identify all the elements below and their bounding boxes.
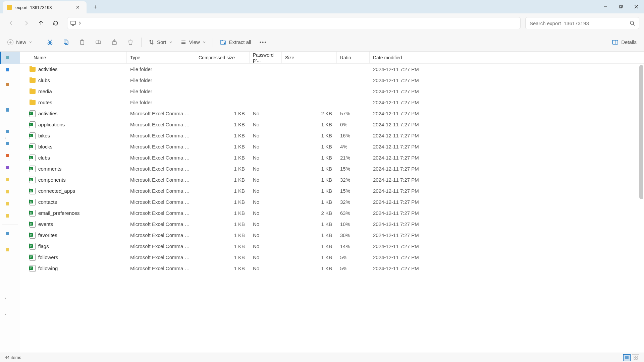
- nav-item[interactable]: [0, 125, 20, 137]
- nav-item[interactable]: ›: [0, 78, 20, 90]
- extract-icon: [220, 39, 226, 46]
- file-ratio: 21%: [337, 155, 370, 161]
- file-row[interactable]: connected_appsMicrosoft Excel Comma Sepa…: [20, 185, 644, 196]
- nav-item[interactable]: ›: [0, 244, 20, 256]
- nav-item[interactable]: [0, 186, 20, 198]
- paste-icon: [79, 39, 86, 46]
- file-ratio: 63%: [337, 210, 370, 216]
- copy-button[interactable]: [59, 36, 73, 49]
- view-button[interactable]: View: [177, 36, 209, 49]
- details-button[interactable]: Details: [608, 36, 640, 49]
- file-size: 1 KB: [282, 232, 337, 238]
- column-header-size[interactable]: Size: [282, 52, 337, 63]
- nav-item[interactable]: [0, 52, 20, 64]
- minimize-button[interactable]: [598, 0, 613, 13]
- nav-item[interactable]: ›: [0, 228, 20, 240]
- file-row[interactable]: activitiesFile folder2024-12-11 7:27 PM: [20, 64, 644, 75]
- file-size: 2 KB: [282, 111, 337, 116]
- monitor-icon: [70, 20, 76, 26]
- details-view-toggle[interactable]: [623, 354, 631, 361]
- address-bar[interactable]: [67, 17, 521, 29]
- sort-button[interactable]: Sort: [145, 36, 176, 49]
- thumbnails-view-toggle[interactable]: [632, 354, 639, 361]
- file-row[interactable]: eventsMicrosoft Excel Comma Separ...1 KB…: [20, 219, 644, 230]
- search-box[interactable]: [525, 17, 639, 29]
- file-name: followers: [38, 254, 58, 260]
- file-row[interactable]: favoritesMicrosoft Excel Comma Separ...1…: [20, 230, 644, 241]
- nav-item[interactable]: [0, 174, 20, 186]
- file-size: 1 KB: [282, 254, 337, 260]
- file-type: Microsoft Excel Comma Separ...: [127, 188, 195, 194]
- nav-item[interactable]: [0, 162, 20, 174]
- column-header-ratio[interactable]: Ratio: [337, 52, 370, 63]
- extract-all-button[interactable]: Extract all: [216, 36, 255, 49]
- file-row[interactable]: routesFile folder2024-12-11 7:27 PM: [20, 97, 644, 108]
- delete-button[interactable]: [123, 36, 138, 49]
- file-row[interactable]: bikesMicrosoft Excel Comma Separ...1 KBN…: [20, 130, 644, 141]
- excel-csv-icon: [30, 177, 36, 183]
- column-header-date[interactable]: Date modified: [370, 52, 438, 63]
- file-date-modified: 2024-12-11 7:27 PM: [370, 265, 438, 271]
- file-row[interactable]: contactsMicrosoft Excel Comma Separ...1 …: [20, 196, 644, 207]
- file-row[interactable]: blocksMicrosoft Excel Comma Separ...1 KB…: [20, 141, 644, 152]
- nav-item[interactable]: [0, 137, 20, 149]
- close-tab-button[interactable]: ✕: [73, 3, 83, 12]
- file-row[interactable]: activitiesMicrosoft Excel Comma Separ...…: [20, 108, 644, 119]
- file-password-protected: No: [250, 122, 282, 127]
- search-input[interactable]: [530, 20, 630, 26]
- svg-rect-25: [612, 40, 618, 44]
- column-header-compressed-size[interactable]: Compressed size: [195, 52, 250, 63]
- up-button[interactable]: [34, 16, 48, 30]
- nav-item[interactable]: [0, 149, 20, 162]
- ellipsis-icon: •••: [260, 39, 267, 45]
- file-row[interactable]: componentsMicrosoft Excel Comma Separ...…: [20, 174, 644, 185]
- file-ratio: 32%: [337, 177, 370, 183]
- file-ratio: 0%: [337, 122, 370, 127]
- cut-button[interactable]: [43, 36, 57, 49]
- new-button[interactable]: + New: [4, 36, 36, 49]
- file-row[interactable]: followersMicrosoft Excel Comma Separ...1…: [20, 252, 644, 263]
- nav-item[interactable]: [0, 210, 20, 222]
- file-row[interactable]: email_preferencesMicrosoft Excel Comma S…: [20, 207, 644, 219]
- nav-item[interactable]: [0, 64, 20, 76]
- file-password-protected: No: [250, 254, 282, 260]
- nav-item[interactable]: [0, 104, 20, 116]
- sort-icon: [148, 39, 154, 45]
- file-date-modified: 2024-12-11 7:27 PM: [370, 133, 438, 138]
- file-name: blocks: [38, 144, 53, 149]
- new-tab-button[interactable]: ＋: [89, 1, 102, 13]
- forward-button[interactable]: [19, 16, 33, 30]
- file-row[interactable]: applicationsMicrosoft Excel Comma Separ.…: [20, 119, 644, 130]
- file-row[interactable]: clubsMicrosoft Excel Comma Separ...1 KBN…: [20, 152, 644, 163]
- file-type: Microsoft Excel Comma Separ...: [127, 199, 195, 205]
- vertical-scrollbar[interactable]: [639, 65, 643, 199]
- share-button[interactable]: [107, 36, 122, 49]
- excel-csv-icon: [30, 265, 36, 272]
- file-row[interactable]: clubsFile folder2024-12-11 7:27 PM: [20, 75, 644, 86]
- file-row[interactable]: commentsMicrosoft Excel Comma Separ...1 …: [20, 163, 644, 174]
- close-window-button[interactable]: [629, 0, 644, 13]
- back-button[interactable]: [5, 16, 18, 30]
- extract-label: Extract all: [229, 39, 251, 45]
- window-tab[interactable]: export_136173193 ✕: [3, 1, 87, 13]
- svg-point-9: [48, 43, 50, 44]
- tab-title: export_136173193: [15, 5, 73, 10]
- more-button[interactable]: •••: [256, 36, 271, 49]
- svg-rect-33: [636, 358, 637, 359]
- excel-csv-icon: [30, 166, 36, 172]
- maximize-button[interactable]: [613, 0, 629, 13]
- column-header-type[interactable]: Type: [127, 52, 195, 63]
- refresh-button[interactable]: [49, 16, 62, 30]
- navigation-pane[interactable]: › › ›: [0, 52, 20, 353]
- paste-button[interactable]: [75, 36, 90, 49]
- nav-item[interactable]: [0, 198, 20, 210]
- file-type: Microsoft Excel Comma Separ...: [127, 177, 195, 183]
- column-header-password[interactable]: Password pr...: [250, 52, 282, 63]
- file-name: email_preferences: [38, 210, 79, 216]
- file-row[interactable]: followingMicrosoft Excel Comma Separ...1…: [20, 263, 644, 274]
- file-row[interactable]: mediaFile folder2024-12-11 7:27 PM: [20, 86, 644, 97]
- column-header-name[interactable]: Name ˄: [20, 52, 127, 63]
- file-row[interactable]: flagsMicrosoft Excel Comma Separ...1 KBN…: [20, 241, 644, 252]
- rename-button[interactable]: [91, 36, 106, 49]
- chevron-right-icon[interactable]: [78, 21, 82, 25]
